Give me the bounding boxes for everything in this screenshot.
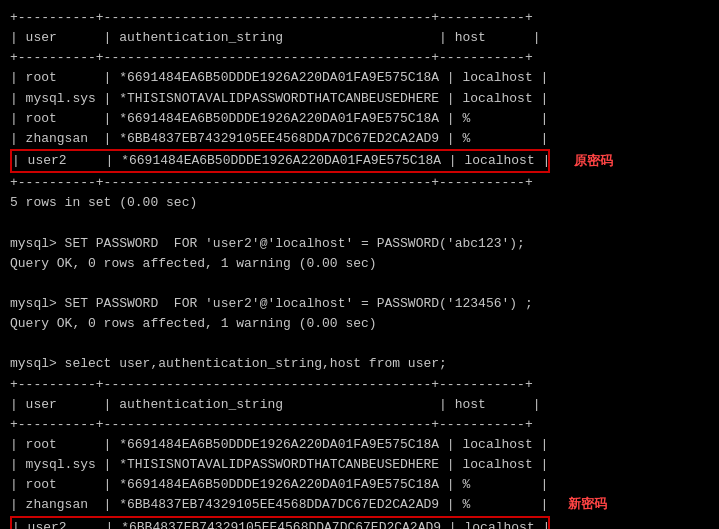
table2-row4: | zhangsan | *6BB4837EB74329105EE4568DDA…	[10, 497, 548, 512]
cmd1: mysql> SET PASSWORD FOR 'user2'@'localho…	[10, 234, 709, 254]
table2-row1: | root | *6691484EA6B50DDDE1926A220DA01F…	[10, 435, 709, 455]
table1-sep-top: +----------+----------------------------…	[10, 8, 709, 28]
table1-sep-mid: +----------+----------------------------…	[10, 48, 709, 68]
table2-header: | user | authentication_string | host |	[10, 395, 709, 415]
table1-user2-highlighted: | user2 | *6691484EA6B50DDDE1926A220DA01…	[10, 149, 709, 173]
table1-sep-bot: +----------+----------------------------…	[10, 173, 709, 193]
cmd2: mysql> SET PASSWORD FOR 'user2'@'localho…	[10, 294, 709, 314]
table-row: | zhangsan | *6BB4837EB74329105EE4568DDA…	[10, 129, 709, 149]
terminal: +----------+----------------------------…	[0, 0, 719, 529]
table1-header: | user | authentication_string | host |	[10, 28, 709, 48]
blank1	[10, 213, 709, 233]
table2-row2: | mysql.sys | *THISISNOTAVALIDPASSWORDTH…	[10, 455, 709, 475]
table-row: | mysql.sys | *THISISNOTAVALIDPASSWORDTH…	[10, 89, 709, 109]
table-row: | root | *6691484EA6B50DDDE1926A220DA01F…	[10, 68, 709, 88]
table-row: | root | *6691484EA6B50DDDE1926A220DA01F…	[10, 109, 709, 129]
cmd2-result: Query OK, 0 rows affected, 1 warning (0.…	[10, 314, 709, 334]
table2-sep-mid: +----------+----------------------------…	[10, 415, 709, 435]
blank3	[10, 334, 709, 354]
cmd1-result: Query OK, 0 rows affected, 1 warning (0.…	[10, 254, 709, 274]
table2-row3: | root | *6691484EA6B50DDDE1926A220DA01F…	[10, 475, 709, 495]
table2-user2-row: | user2 | *6BB4837EB74329105EE4568DDA7DC…	[12, 518, 548, 529]
old-password-label: 原密码	[574, 154, 613, 169]
table1-user2-row: | user2 | *6691484EA6B50DDDE1926A220DA01…	[12, 151, 548, 171]
blank2	[10, 274, 709, 294]
new-password-label: 新密码	[568, 497, 607, 512]
cmd3: mysql> select user,authentication_string…	[10, 354, 709, 374]
table2-sep-top: +----------+----------------------------…	[10, 375, 709, 395]
table2-user2-highlighted: | user2 | *6BB4837EB74329105EE4568DDA7DC…	[10, 516, 709, 529]
rowcount1: 5 rows in set (0.00 sec)	[10, 193, 709, 213]
table2-zhangsan-with-label: | zhangsan | *6BB4837EB74329105EE4568DDA…	[10, 495, 709, 515]
